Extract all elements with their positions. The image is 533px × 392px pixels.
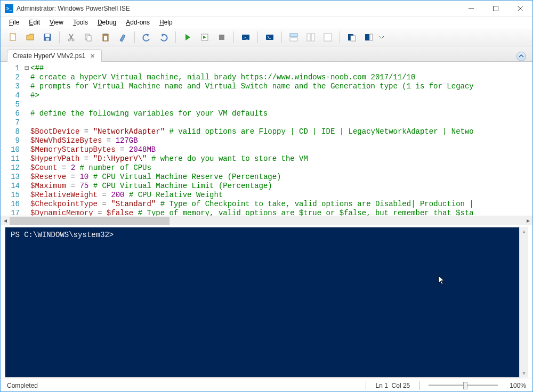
new-remote-tab-button[interactable]: >_ bbox=[238, 30, 253, 45]
titlebar: >_ Administrator: Windows PowerShell ISE bbox=[1, 1, 532, 17]
maximize-button[interactable] bbox=[483, 1, 508, 17]
window-title: Administrator: Windows PowerShell ISE bbox=[17, 5, 459, 12]
svg-point-10 bbox=[68, 39, 70, 41]
run-script-button[interactable] bbox=[180, 30, 195, 45]
tab-close-button[interactable]: ✕ bbox=[88, 52, 96, 60]
svg-rect-6 bbox=[45, 34, 50, 37]
menu-edit[interactable]: Edit bbox=[25, 18, 44, 27]
svg-point-11 bbox=[72, 39, 74, 41]
console-prompt: PS C:\WINDOWS\system32> bbox=[11, 231, 114, 239]
show-script-top-button[interactable] bbox=[286, 30, 301, 45]
mouse-cursor-icon bbox=[438, 275, 447, 286]
code-content[interactable]: <### create a hyperV Virtual machine, ni… bbox=[30, 62, 532, 216]
close-button[interactable] bbox=[508, 1, 532, 17]
show-command-button[interactable] bbox=[344, 30, 359, 45]
show-script-max-button[interactable] bbox=[320, 30, 335, 45]
svg-rect-15 bbox=[104, 34, 107, 35]
status-text: Completed bbox=[7, 382, 361, 389]
svg-text:>_: >_ bbox=[243, 35, 248, 40]
toolbar-separator bbox=[134, 31, 135, 43]
svg-rect-18 bbox=[219, 35, 224, 40]
script-pane: 1234567891011121314151617 ⊟ <### create … bbox=[1, 61, 532, 225]
stop-button[interactable] bbox=[214, 30, 229, 45]
toolbar-separator bbox=[59, 31, 60, 43]
svg-rect-21 bbox=[266, 35, 273, 40]
start-powershell-button[interactable] bbox=[262, 30, 277, 45]
toolbar: >_ bbox=[1, 28, 532, 46]
svg-rect-25 bbox=[311, 34, 314, 41]
svg-rect-26 bbox=[324, 34, 332, 41]
toolbar-separator bbox=[175, 31, 176, 43]
svg-rect-7 bbox=[46, 38, 49, 40]
menu-addons[interactable]: Add-ons bbox=[122, 18, 154, 27]
scroll-thumb[interactable] bbox=[10, 217, 169, 225]
svg-rect-1 bbox=[494, 6, 498, 11]
toolbar-separator bbox=[340, 31, 340, 43]
console-vertical-scrollbar[interactable]: ▴ ▾ bbox=[519, 227, 528, 378]
zoom-slider[interactable] bbox=[429, 385, 498, 386]
scroll-track[interactable] bbox=[520, 236, 528, 369]
clear-button[interactable] bbox=[115, 30, 130, 45]
collapse-script-pane-button[interactable] bbox=[516, 52, 526, 61]
minimize-button[interactable] bbox=[459, 1, 483, 17]
svg-rect-23 bbox=[290, 38, 297, 41]
menu-tools[interactable]: Tools bbox=[69, 18, 92, 27]
menu-debug[interactable]: Debug bbox=[93, 18, 120, 27]
scroll-down-button[interactable]: ▾ bbox=[520, 369, 528, 378]
svg-rect-30 bbox=[370, 34, 373, 40]
svg-rect-22 bbox=[290, 34, 297, 37]
window-controls bbox=[459, 1, 532, 17]
svg-rect-29 bbox=[365, 34, 369, 40]
scroll-left-button[interactable]: ◂ bbox=[1, 216, 10, 225]
menubar: File Edit View Tools Debug Add-ons Help bbox=[1, 17, 532, 28]
outline-column[interactable]: ⊟ bbox=[23, 62, 30, 216]
svg-rect-13 bbox=[87, 36, 91, 41]
toolbar-separator bbox=[257, 31, 258, 43]
copy-button[interactable] bbox=[81, 30, 96, 45]
run-selection-button[interactable] bbox=[197, 30, 212, 45]
cut-button[interactable] bbox=[64, 30, 79, 45]
scroll-right-button[interactable]: ▸ bbox=[523, 216, 532, 225]
console-pane[interactable]: PS C:\WINDOWS\system32> ▴ ▾ bbox=[5, 227, 528, 378]
toolbar-separator bbox=[233, 31, 234, 43]
show-command-addon-button[interactable] bbox=[361, 30, 376, 45]
toolbar-overflow-button[interactable] bbox=[378, 30, 385, 45]
open-file-button[interactable] bbox=[23, 30, 38, 45]
status-separator bbox=[366, 381, 366, 390]
toolbar-separator bbox=[281, 31, 282, 43]
undo-button[interactable] bbox=[139, 30, 154, 45]
tab-label: Create HyperV VMv2.ps1 bbox=[13, 52, 85, 60]
zoom-thumb[interactable] bbox=[463, 382, 467, 389]
editor-horizontal-scrollbar[interactable]: ◂ ▸ bbox=[1, 216, 532, 225]
code-editor[interactable]: 1234567891011121314151617 ⊟ <### create … bbox=[1, 62, 532, 216]
file-tab[interactable]: Create HyperV VMv2.ps1 ✕ bbox=[7, 50, 102, 62]
menu-view[interactable]: View bbox=[45, 18, 68, 27]
redo-button[interactable] bbox=[156, 30, 171, 45]
show-script-right-button[interactable] bbox=[303, 30, 318, 45]
svg-rect-28 bbox=[351, 36, 356, 41]
svg-line-8 bbox=[69, 34, 72, 39]
cursor-position: Ln 1 Col 25 bbox=[370, 382, 416, 389]
menu-help[interactable]: Help bbox=[155, 18, 177, 27]
menu-file[interactable]: File bbox=[5, 18, 23, 27]
statusbar: Completed Ln 1 Col 25 100% bbox=[1, 379, 532, 391]
save-button[interactable] bbox=[40, 30, 55, 45]
line-number-gutter: 1234567891011121314151617 bbox=[1, 62, 23, 216]
new-file-button[interactable] bbox=[6, 30, 21, 45]
status-separator bbox=[419, 381, 420, 390]
scroll-up-button[interactable]: ▴ bbox=[520, 227, 528, 236]
paste-button[interactable] bbox=[98, 30, 113, 45]
tab-bar: Create HyperV VMv2.ps1 ✕ bbox=[1, 46, 532, 61]
svg-rect-24 bbox=[307, 34, 310, 41]
powershell-ise-icon: >_ bbox=[5, 4, 13, 13]
svg-rect-16 bbox=[104, 36, 107, 40]
svg-line-9 bbox=[70, 34, 73, 39]
scroll-track[interactable] bbox=[10, 216, 523, 225]
zoom-label: 100% bbox=[506, 382, 526, 389]
